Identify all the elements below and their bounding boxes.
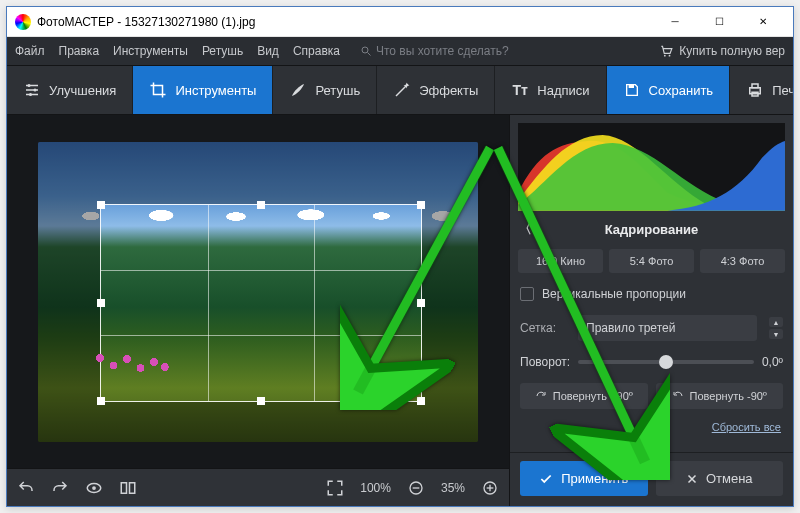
apply-button[interactable]: Применить (520, 461, 648, 496)
menubar: Файл Правка Инструменты Ретушь Вид Справ… (7, 37, 793, 65)
crop-icon (149, 81, 167, 99)
minimize-button[interactable]: ─ (653, 8, 697, 36)
crop-handle-tm[interactable] (257, 201, 265, 209)
svg-point-5 (34, 89, 37, 92)
svg-point-0 (362, 47, 368, 53)
print-icon (746, 81, 764, 99)
close-button[interactable]: ✕ (741, 8, 785, 36)
vertical-label: Вертикальные пропорции (542, 287, 686, 301)
canvas-pane: 100% 35% (7, 115, 509, 506)
ratio-16-9[interactable]: 16:9 Кино (518, 249, 603, 273)
bottom-toolbar: 100% 35% (7, 468, 509, 506)
canvas-wrap (7, 115, 509, 468)
rotate-slider[interactable] (578, 360, 754, 364)
svg-rect-14 (130, 482, 135, 493)
rotate-plus-90[interactable]: Повернуть +90º (520, 383, 648, 409)
svg-rect-7 (628, 85, 633, 88)
window-controls: ─ ☐ ✕ (653, 8, 785, 36)
workarea: 100% 35% 〈 Кадрирование (7, 115, 793, 506)
action-row: Применить Отмена (510, 452, 793, 506)
aspect-ratio-row: 16:9 Кино 5:4 Фото 4:3 Фото (510, 243, 793, 279)
rotate-row: Поворот: 0,0º (510, 347, 793, 377)
sliders-icon (23, 81, 41, 99)
crop-handle-tl[interactable] (97, 201, 105, 209)
vertical-proportions-row[interactable]: Вертикальные пропорции (510, 279, 793, 309)
rotate-label: Поворот: (520, 355, 570, 369)
zoom-in-button[interactable] (481, 479, 499, 497)
check-icon (539, 472, 553, 486)
crop-handle-rm[interactable] (417, 299, 425, 307)
panel-header: 〈 Кадрирование (510, 215, 793, 243)
menu-help[interactable]: Справка (293, 44, 340, 58)
vertical-checkbox[interactable] (520, 287, 534, 301)
photo-canvas[interactable] (38, 142, 478, 442)
rotate-buttons: Повернуть +90º Повернуть -90º (510, 377, 793, 415)
tab-retouch[interactable]: Ретушь (273, 66, 377, 114)
app-window: ФотоМАСТЕР - 15327130271980 (1).jpg ─ ☐ … (6, 6, 794, 507)
print-button[interactable]: Печать (730, 66, 793, 114)
svg-point-6 (29, 93, 32, 96)
tab-tools[interactable]: Инструменты (133, 66, 273, 114)
rotate-ccw-icon (672, 390, 684, 402)
zoom-out-button[interactable] (407, 479, 425, 497)
crop-handle-tr[interactable] (417, 201, 425, 209)
svg-point-4 (28, 84, 31, 87)
menu-edit[interactable]: Правка (59, 44, 100, 58)
tab-effects[interactable]: Эффекты (377, 66, 495, 114)
slider-thumb[interactable] (659, 355, 673, 369)
grid-row: Сетка: Правило третей ▲▼ (510, 309, 793, 347)
app-icon (15, 14, 31, 30)
fit-screen-button[interactable] (326, 479, 344, 497)
redo-button[interactable] (51, 479, 69, 497)
zoom-percent[interactable]: 35% (441, 481, 465, 495)
titlebar: ФотоМАСТЕР - 15327130271980 (1).jpg ─ ☐ … (7, 7, 793, 37)
crop-handle-br[interactable] (417, 397, 425, 405)
main-toolbar: Улучшения Инструменты Ретушь Эффекты Tт … (7, 65, 793, 115)
menu-tools[interactable]: Инструменты (113, 44, 188, 58)
save-button[interactable]: Сохранить (607, 66, 731, 114)
wand-icon (393, 81, 411, 99)
window-title: ФотоМАСТЕР - 15327130271980 (1).jpg (37, 15, 653, 29)
crop-handle-lm[interactable] (97, 299, 105, 307)
histogram (518, 123, 785, 211)
rotate-cw-icon (535, 390, 547, 402)
ratio-5-4[interactable]: 5:4 Фото (609, 249, 694, 273)
side-panel: 〈 Кадрирование 16:9 Кино 5:4 Фото 4:3 Фо… (509, 115, 793, 506)
svg-line-1 (367, 53, 370, 56)
rotate-minus-90[interactable]: Повернуть -90º (656, 383, 784, 409)
text-icon: Tт (511, 81, 529, 99)
grid-stepper[interactable]: ▲▼ (769, 317, 783, 339)
crop-handle-bl[interactable] (97, 397, 105, 405)
tab-captions[interactable]: Tт Надписи (495, 66, 606, 114)
svg-point-12 (92, 486, 96, 490)
brush-icon (289, 81, 307, 99)
fit-percent[interactable]: 100% (360, 481, 391, 495)
crop-handle-bm[interactable] (257, 397, 265, 405)
cancel-button[interactable]: Отмена (656, 461, 784, 496)
svg-point-3 (669, 55, 671, 57)
ratio-4-3[interactable]: 4:3 Фото (700, 249, 785, 273)
cart-icon (659, 44, 673, 58)
svg-rect-13 (121, 482, 126, 493)
panel-back-button[interactable]: 〈 (518, 220, 532, 238)
svg-rect-9 (752, 84, 758, 88)
help-search[interactable]: Что вы хотите сделать? (360, 44, 509, 58)
x-icon (686, 473, 698, 485)
menu-view[interactable]: Вид (257, 44, 279, 58)
menu-file[interactable]: Файл (15, 44, 45, 58)
buy-full-version[interactable]: Купить полную вер (659, 44, 785, 58)
save-icon (623, 81, 641, 99)
grid-label: Сетка: (520, 321, 570, 335)
panel-title: Кадрирование (605, 222, 699, 237)
maximize-button[interactable]: ☐ (697, 8, 741, 36)
grid-select[interactable]: Правило третей (578, 315, 757, 341)
rotate-value: 0,0º (762, 355, 783, 369)
preview-button[interactable] (85, 479, 103, 497)
crop-rectangle[interactable] (100, 204, 422, 402)
tab-enhance[interactable]: Улучшения (7, 66, 133, 114)
undo-button[interactable] (17, 479, 35, 497)
app-body: Файл Правка Инструменты Ретушь Вид Справ… (7, 37, 793, 506)
compare-button[interactable] (119, 479, 137, 497)
menu-retouch[interactable]: Ретушь (202, 44, 243, 58)
reset-all-link[interactable]: Сбросить все (510, 415, 793, 443)
